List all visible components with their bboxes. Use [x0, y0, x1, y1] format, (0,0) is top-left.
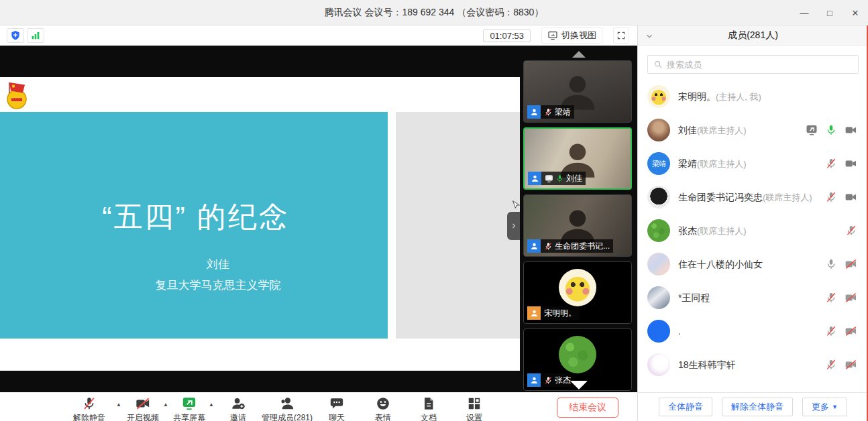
- tile-name: 张杰: [555, 375, 571, 386]
- switch-view-button[interactable]: 切换视图: [541, 27, 602, 44]
- maximize-button[interactable]: □: [817, 0, 843, 25]
- presentation-slide: “五四” 的纪念 刘佳 复旦大学马克思主义学院: [0, 77, 520, 371]
- video-tile[interactable]: 宋明明。: [523, 261, 632, 324]
- settings-grid-icon: [467, 396, 482, 411]
- share-options-caret[interactable]: ▲: [209, 402, 214, 408]
- member-search-input[interactable]: [667, 60, 853, 70]
- settings-button[interactable]: 设置: [466, 396, 482, 421]
- host-badge: [527, 306, 541, 320]
- mic-on-icon[interactable]: [825, 258, 837, 270]
- invite-person-icon: [231, 396, 246, 411]
- member-search-box[interactable]: [647, 55, 859, 74]
- person-icon: [531, 174, 539, 183]
- youth-league-emblem-icon: [5, 82, 28, 110]
- mic-options-caret[interactable]: ▲: [116, 402, 121, 408]
- share-screen-icon: [182, 396, 197, 411]
- scroll-up-arrow[interactable]: [572, 51, 586, 58]
- member-row[interactable]: 18生科韩宇轩: [647, 348, 857, 381]
- share-screen-button[interactable]: 共享屏幕: [173, 396, 205, 421]
- member-row[interactable]: .: [647, 314, 857, 348]
- member-row[interactable]: 梁靖 梁靖(联席主持人): [647, 147, 857, 180]
- member-row[interactable]: 生命团委书记冯奕忠(联席主持人): [647, 180, 857, 214]
- camera-muted-icon[interactable]: [845, 359, 857, 371]
- video-tile[interactable]: 梁靖: [523, 60, 632, 123]
- docs-button[interactable]: 文档: [421, 396, 437, 421]
- avatar: [559, 336, 596, 373]
- member-name: 住在十八楼的小仙女: [678, 259, 763, 269]
- fullscreen-button[interactable]: [613, 27, 629, 44]
- chevron-right-icon: [510, 222, 518, 230]
- slide-image-placeholder: [396, 112, 520, 339]
- avatar: [647, 253, 670, 276]
- screen-share-icon[interactable]: [806, 124, 818, 136]
- mic-muted-icon[interactable]: [825, 191, 837, 203]
- caret-down-icon: ▼: [832, 404, 838, 410]
- switch-view-label: 切换视图: [561, 29, 596, 42]
- camera-muted-icon[interactable]: [845, 292, 857, 304]
- member-row[interactable]: *王同程: [647, 281, 857, 314]
- members-panel: 成员(281人) 宋明明。(主持人, 我) 刘佳(联席主持人): [637, 25, 868, 421]
- chat-button[interactable]: 聊天: [329, 396, 345, 421]
- manage-members-button[interactable]: 管理成员(281): [262, 396, 313, 421]
- camera-muted-icon[interactable]: [845, 258, 857, 270]
- member-type-badge: [527, 239, 541, 253]
- chat-icon: [329, 396, 344, 411]
- unmute-all-button[interactable]: 解除全体静音: [722, 398, 793, 416]
- chevron-down-icon: [645, 32, 654, 41]
- mic-muted-icon[interactable]: [825, 158, 837, 170]
- signal-bars-icon: [30, 30, 41, 41]
- avatar: 梁靖: [647, 152, 670, 175]
- camera-on-icon[interactable]: [845, 158, 857, 170]
- end-meeting-button[interactable]: 结束会议: [557, 398, 618, 418]
- emoji-button[interactable]: 表情: [375, 396, 391, 421]
- members-icon: [280, 396, 294, 411]
- security-button[interactable]: [7, 28, 24, 43]
- avatar: [647, 286, 670, 309]
- avatar: [647, 320, 670, 343]
- unmute-button[interactable]: 解除静音: [73, 396, 105, 421]
- tencent-meeting-window: 腾讯会议 会议号：189 692 344 （会议密码：8830） — □ ✕ 0…: [0, 0, 868, 421]
- collapse-video-strip-button[interactable]: [507, 212, 520, 240]
- minimize-button[interactable]: —: [792, 0, 817, 25]
- invite-button[interactable]: 邀请: [230, 396, 246, 421]
- member-row[interactable]: 住在十八楼的小仙女: [647, 247, 857, 281]
- members-panel-title: 成员(281人): [728, 29, 778, 42]
- member-row[interactable]: 刘佳(联席主持人): [647, 113, 857, 147]
- video-tile[interactable]: 生命团委书记...: [523, 194, 632, 257]
- member-row[interactable]: 张杰(联席主持人): [647, 214, 857, 247]
- mic-muted-icon[interactable]: [825, 325, 837, 337]
- mic-on-icon[interactable]: [825, 124, 837, 136]
- camera-on-icon[interactable]: [845, 191, 857, 203]
- tile-name: 梁靖: [555, 107, 571, 118]
- video-options-caret[interactable]: ▲: [163, 402, 168, 408]
- meeting-column: 01:07:53 切换视图 “五四” 的纪念: [0, 25, 637, 421]
- mic-muted-icon[interactable]: [845, 225, 857, 237]
- slide-title: “五四” 的纪念: [21, 198, 370, 237]
- camera-muted-icon[interactable]: [845, 325, 857, 337]
- avatar: [647, 186, 670, 208]
- close-button[interactable]: ✕: [843, 0, 868, 25]
- network-quality-button[interactable]: [27, 28, 44, 43]
- person-icon: [530, 242, 539, 251]
- avatar: [647, 119, 670, 141]
- collapse-panel-button[interactable]: [645, 30, 654, 41]
- video-tile[interactable]: 刘佳: [523, 127, 632, 190]
- member-name: 18生科韩宇轩: [678, 359, 736, 370]
- tile-name: 宋明明。: [544, 308, 576, 319]
- scroll-down-arrow[interactable]: [570, 381, 588, 389]
- camera-on-icon[interactable]: [845, 124, 857, 136]
- more-button[interactable]: 更多▼: [802, 398, 847, 416]
- member-row[interactable]: 宋明明。(主持人, 我): [647, 80, 857, 113]
- member-type-badge: [527, 373, 541, 387]
- mic-muted-icon[interactable]: [825, 359, 837, 371]
- mic-on-icon: [555, 174, 564, 183]
- mic-muted-icon[interactable]: [825, 292, 837, 304]
- member-role: (联席主持人): [697, 159, 747, 169]
- mic-muted-icon: [544, 376, 553, 385]
- member-name: .: [678, 326, 681, 337]
- tile-name: 生命团委书记...: [555, 241, 610, 252]
- start-video-button[interactable]: 开启视频: [127, 396, 159, 421]
- members-panel-footer: 全体静音 解除全体静音 更多▼: [638, 392, 868, 421]
- members-panel-header: 成员(281人): [638, 25, 868, 46]
- mute-all-button[interactable]: 全体静音: [659, 398, 712, 416]
